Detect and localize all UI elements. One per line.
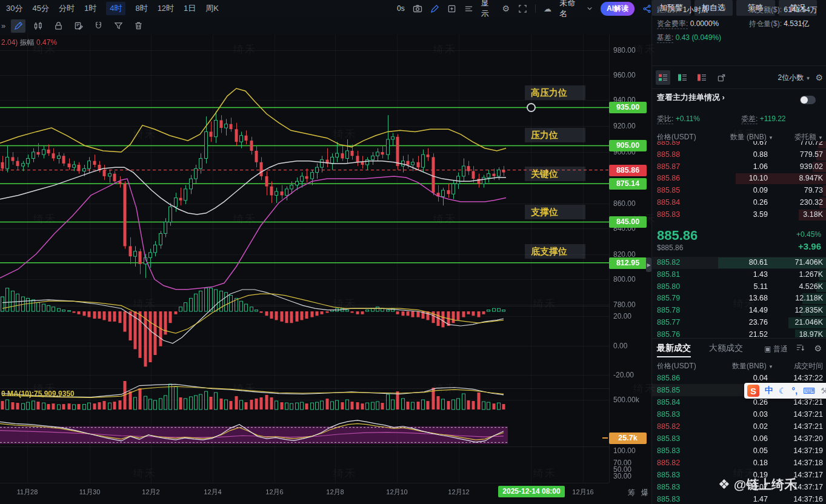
x-axis-date: 11月30 [79,488,101,497]
chart-mode-chip[interactable]: 筹 [628,488,635,498]
fullscreen-icon[interactable] [518,4,527,14]
gear-icon[interactable]: ⚙ [502,4,510,14]
toolbar-divider [535,4,536,13]
candlestick-icon[interactable] [31,19,45,33]
trade-row: 885.820.0214:37:21 [652,420,826,433]
level-annotation: 支撑位 [525,205,585,219]
ask-row[interactable]: 885.8610.108.947K [652,173,826,185]
panel-collapse-handle[interactable]: ▶ [646,257,651,272]
list-icon[interactable] [464,4,473,14]
asks-list: 885.890.67770.72885.880.88779.57885.871.… [652,141,826,225]
bid-row[interactable]: 885.8280.6171.406K [652,257,826,269]
depth-bar [823,185,826,196]
book-mode-both-icon[interactable] [656,70,670,85]
filter-icon[interactable] [111,19,125,33]
chart-mode-chip[interactable]: 爆 [641,488,648,498]
trades-tabs: 最新成交 大额成交 ▣ 普通 ⚙ [652,340,826,357]
settle-stat: 距结算: 1小时后 [657,5,708,15]
ask-row[interactable]: 885.840.26230.32 [652,197,826,209]
tab-latest-trades[interactable]: 最新成交 [657,343,691,354]
timeframe-4时[interactable]: 4时 [106,2,125,15]
bar-countdown: 0s [397,4,405,13]
book-mode-asks-icon[interactable] [694,70,709,85]
price-chart-canvas[interactable] [0,35,651,504]
market-panel: 距结算: 1小时后 成交额($): 6141.54万 资金费率: 0.0000%… [651,0,826,504]
ime-logo-icon[interactable]: S [747,385,759,397]
timeframe-1时[interactable]: 1时 [84,3,96,14]
bid-row[interactable]: 885.805.114.526K [652,281,826,293]
level-marker-circle[interactable] [527,103,536,112]
bid-row[interactable]: 885.7814.4912.835K [652,305,826,317]
tab-large-trades[interactable]: 大额成交 [709,343,743,354]
trade-row: 885.820.1814:37:18 [652,457,826,469]
share-icon[interactable] [642,4,651,14]
timeframe-分时[interactable]: 分时 [59,3,75,14]
y-axis-label: 980.00 [613,46,636,55]
collapse-chevron-icon[interactable]: » [1,21,5,30]
x-axis-date: 12月16 [572,488,593,497]
ime-moon-icon[interactable]: ☾ [779,386,787,396]
timeframe-12时[interactable]: 12时 [158,3,174,14]
ask-row[interactable]: 885.890.67770.72 [652,141,826,149]
ask-row[interactable]: 885.871.06939.02 [652,161,826,173]
bid-row[interactable]: 885.811.431.267K [652,269,826,281]
price-level-tag: 875.14 [609,178,647,190]
ask-row[interactable]: 885.850.0979.73 [652,185,826,197]
trades-mode-select[interactable]: ▣ 普通 [764,344,788,354]
camera-icon[interactable] [413,4,422,14]
main-orders-row: 查看主力挂单情况 › [657,92,822,108]
y-axis-label: 20.00 [613,312,631,320]
ime-more-icon[interactable]: ⚒ [821,386,826,396]
timeframe-45分[interactable]: 45分 [32,3,48,14]
y-axis-label: 0.00 [613,342,627,350]
change-absolute: +3.96 [798,241,821,251]
orderbook-toolbar: 2位小数 ▼ ⚙ [656,69,823,86]
ime-language-toggle[interactable]: 中 [765,385,773,396]
chart-corner-stats: 2.04) 振幅 0.47% [1,38,57,48]
book-settings-gear-icon[interactable]: ⚙ [815,73,823,82]
x-axis-date: 12月12 [448,488,469,497]
trades-sort-icon[interactable] [796,343,805,354]
timeframe-1日[interactable]: 1日 [184,3,196,14]
level-annotation: 关键位 [525,167,585,181]
magnet-icon[interactable] [91,19,105,33]
precision-select[interactable]: 2位小数 ▼ [778,73,810,83]
ime-toolbar[interactable]: S 中 ☾ °, ⌨ ⚒ [744,383,826,399]
chart-tools-row: 0s 显示 ⚙ ☁ 未命名 AI解读 [397,0,651,17]
trade-row: 885.830.0314:37:21 [652,408,826,420]
main-orders-toggle[interactable] [800,96,816,104]
note-edit-icon[interactable] [71,19,85,33]
cloud-icon: ☁ [543,4,551,14]
popout-icon[interactable] [714,70,728,85]
timeframe-周K[interactable]: 周K [205,3,219,14]
y-axis-label: 960.00 [613,71,636,79]
bid-row[interactable]: 885.7913.6812.118K [652,293,826,305]
book-mode-bids-icon[interactable] [675,70,690,85]
timeframe-30分[interactable]: 30分 [6,3,22,14]
level-annotation: 压力位 [525,128,585,142]
bid-row[interactable]: 885.7621.5218.97K [652,329,826,337]
trade-row: 885.860.0414:37:22 [652,372,826,384]
chart-area[interactable]: 2.04) 振幅 0.47% 980.00960.00940.00920.009… [0,35,651,504]
last-price: 885.86 [657,228,698,244]
trash-icon[interactable] [131,19,145,33]
diamond-logo-icon: ❖ [718,477,730,492]
ai-interpret-button[interactable]: AI解读 [601,2,634,16]
lock-icon[interactable] [51,19,65,33]
bid-row[interactable]: 885.7723.7621.046K [652,317,826,329]
draw-icon[interactable] [430,4,439,14]
price-level-tag: 845.00 [609,216,647,228]
chevron-down-icon[interactable] [587,4,593,14]
y-axis-label: 860.00 [613,199,636,208]
ask-row[interactable]: 885.880.88779.57 [652,149,826,161]
ime-punctuation-icon[interactable]: °, [792,386,798,396]
trades-settings-gear-icon[interactable]: ⚙ [814,343,822,353]
add-box-icon[interactable] [447,4,456,14]
ask-row[interactable]: 885.833.593.18K [652,209,826,221]
pencil-icon[interactable] [11,19,25,33]
timeframe-8时[interactable]: 8时 [135,3,147,14]
x-axis-date: 12月8 [326,488,344,497]
x-axis-date: 12月6 [265,488,283,497]
ime-keyboard-icon[interactable]: ⌨ [803,386,815,396]
main-orders-link[interactable]: 查看主力挂单情况 › [657,93,725,102]
